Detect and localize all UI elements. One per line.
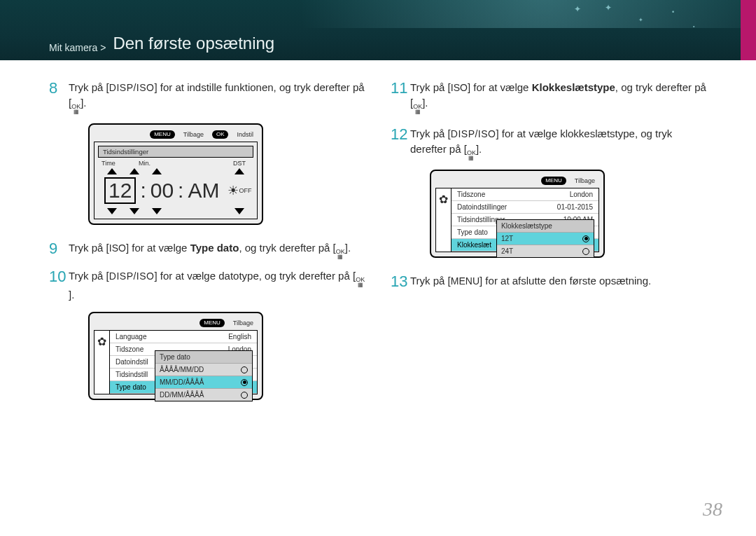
popup-option[interactable]: MM/DD/ÅÅÅÅ — [155, 376, 252, 388]
page-header: ✦✦ ✦• • Mit kamera> Den første opsætning — [0, 0, 756, 60]
dispiso-label: DISP/ISO — [451, 128, 496, 139]
list-item[interactable]: Datoindstillinger01-01-2015 — [451, 201, 598, 214]
iso-label: ISO — [109, 242, 126, 254]
popup-typedato: Type dato ÅÅÅÅ/MM/DD MM/DD/ÅÅÅÅ DD/MM/ÅÅ… — [155, 350, 253, 401]
dispiso-label: DISP/ISO — [109, 270, 155, 282]
arrow-down-icon[interactable] — [107, 208, 117, 214]
content: 8 Tryk på [DISP/ISO] for at indstille fu… — [0, 60, 756, 415]
list-item[interactable]: LanguageEnglish — [110, 331, 257, 343]
step-8: 8 Tryk på [DISP/ISO] for at indstille fu… — [49, 80, 365, 114]
step-13: 13 Tryk på [MENU] for at afslutte den fø… — [391, 273, 707, 289]
iso-label: ISO — [451, 82, 468, 93]
screenshot-time: MENUTilbage OKIndstil Tidsindstillinger … — [88, 123, 365, 225]
step-12: 12 Tryk på [DISP/ISO] for at vælge klokk… — [391, 126, 707, 160]
breadcrumb: Mit kamera> — [49, 42, 108, 53]
radio-icon — [241, 379, 248, 386]
gear-icon: ✿ — [436, 188, 451, 252]
popup-option[interactable]: ÅÅÅÅ/MM/DD — [155, 363, 252, 376]
ok-icon: OK▦ — [336, 249, 345, 259]
arrow-up-icon[interactable] — [107, 168, 117, 174]
menu-pill: MENU — [200, 319, 225, 327]
minute-value: 00 — [150, 179, 174, 202]
right-column: 11 Tryk på [ISO] for at vælge Klokkeslæt… — [391, 80, 707, 415]
dst-icon: ☀OFF — [227, 183, 251, 198]
step-9: 9 Tryk på [ISO] for at vælge Type dato, … — [49, 240, 365, 259]
hour-value[interactable]: 12 — [104, 177, 136, 204]
popup-klokke: Klokkeslætstype 12T 24T — [496, 219, 594, 258]
page-number: 38 — [703, 498, 722, 521]
ok-pill: OK — [212, 130, 229, 139]
radio-icon — [241, 392, 248, 399]
menu-label: MENU — [451, 275, 479, 287]
ok-icon: OK▦ — [467, 150, 476, 160]
left-column: 8 Tryk på [DISP/ISO] for at indstille fu… — [49, 80, 365, 415]
list-item[interactable]: TidszoneLondon — [451, 188, 598, 201]
ok-icon: OK▦ — [356, 277, 365, 287]
time-title: Tidsindstillinger — [98, 146, 253, 158]
menu-pill: MENU — [150, 130, 175, 139]
arrow-down-icon[interactable] — [130, 208, 139, 214]
ok-icon: OK▦ — [413, 104, 422, 114]
step-10: 10 Tryk på [DISP/ISO] for at vælge datot… — [49, 268, 365, 302]
menu-pill: MENU — [541, 177, 566, 185]
arrow-down-icon[interactable] — [234, 208, 244, 214]
ampm-value: AM — [188, 179, 219, 202]
page-title: Den første opsætning — [113, 34, 274, 53]
arrow-up-icon[interactable] — [234, 168, 244, 174]
popup-option[interactable]: 12T — [497, 232, 594, 245]
popup-option[interactable]: DD/MM/ÅÅÅÅ — [155, 388, 252, 401]
ok-icon: OK▦ — [71, 104, 80, 114]
step-11: 11 Tryk på [ISO] for at vælge Klokkeslæt… — [391, 80, 707, 114]
dispiso-label: DISP/ISO — [109, 82, 155, 93]
arrow-up-icon[interactable] — [130, 168, 139, 174]
arrow-down-icon[interactable] — [152, 208, 162, 214]
radio-icon — [582, 235, 589, 242]
radio-icon — [241, 366, 248, 373]
radio-icon — [582, 248, 589, 255]
gear-icon: ✿ — [94, 331, 110, 394]
arrow-up-icon[interactable] — [152, 168, 162, 174]
screenshot-klokke: MENUTilbage ✿ TidszoneLondon Datoindstil… — [430, 170, 707, 258]
side-tab — [741, 0, 756, 60]
screenshot-typedato: MENUTilbage ✿ LanguageEnglish TidszoneLo… — [88, 312, 365, 400]
popup-option[interactable]: 24T — [497, 245, 594, 257]
